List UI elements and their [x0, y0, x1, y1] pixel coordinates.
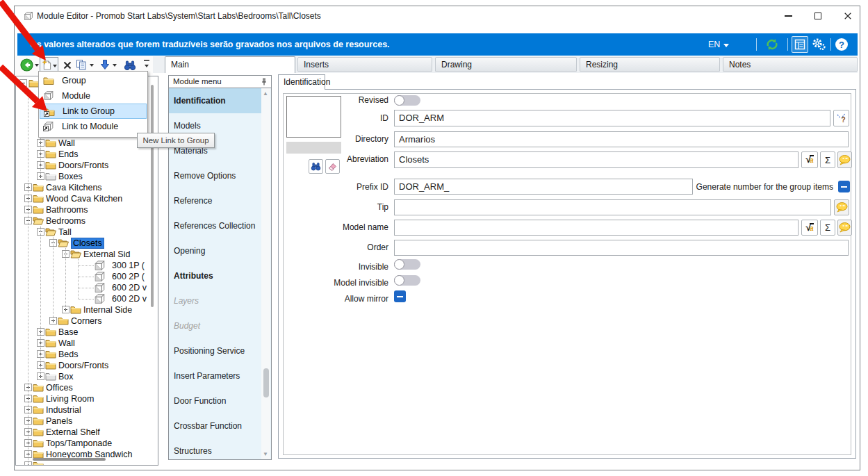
module-menu-item-identification[interactable]: Identification — [169, 88, 263, 113]
module-menu-scrollbar[interactable]: ▲ ▼ — [261, 88, 270, 459]
model-name-comment-button[interactable] — [837, 220, 852, 236]
tree-item[interactable]: Tops/Tamponade — [16, 438, 158, 449]
tab-drawing[interactable]: Drawing — [435, 57, 577, 72]
folder-icon — [45, 149, 56, 158]
prefix-id-field[interactable]: DOR_ARM_ — [394, 179, 693, 195]
tree-vertical-scrollbar[interactable] — [151, 85, 154, 307]
language-selector[interactable]: EN — [708, 33, 720, 56]
tree-item[interactable]: Boxes — [16, 171, 158, 182]
collapse-icon[interactable] — [19, 79, 27, 87]
tree-item[interactable]: Tall — [16, 227, 158, 238]
tree-item[interactable]: Bathrooms — [16, 204, 158, 215]
tree-item[interactable]: 600 2P ( — [16, 271, 158, 282]
module-menu-item-reference[interactable]: Reference — [169, 188, 263, 213]
generate-number-checkbox[interactable] — [838, 181, 850, 192]
tip-field[interactable] — [394, 199, 831, 215]
tree-item[interactable]: Wall — [16, 338, 158, 349]
tree-item-label: Tall — [58, 227, 72, 238]
move-dropdown-caret[interactable] — [113, 64, 117, 67]
module-menu-item-attributes[interactable]: Attributes — [169, 263, 263, 288]
abbreviation-sigma-button[interactable]: Σ — [820, 151, 835, 168]
tree-item[interactable]: 600 2D v — [16, 293, 158, 304]
tree-item[interactable]: Doors/Fronts — [16, 160, 158, 171]
module-menu-item-structures[interactable]: Structures — [169, 438, 263, 460]
report-button[interactable] — [792, 36, 808, 53]
tree-item[interactable]: Bedrooms — [16, 215, 158, 227]
back-button[interactable] — [20, 58, 33, 72]
tree-item[interactable]: 600 2D v — [16, 282, 158, 293]
tree-item[interactable]: External Shelf — [16, 427, 158, 438]
tip-comment-button[interactable] — [834, 199, 849, 215]
id-generate-button[interactable] — [833, 110, 849, 126]
model-name-sigma-button[interactable]: Σ — [820, 220, 835, 236]
scroll-down-icon[interactable]: ▼ — [263, 451, 269, 457]
module-menu-item-references-collection[interactable]: References Collection — [169, 213, 263, 238]
tree-item[interactable]: Offices — [16, 382, 158, 393]
invisible-toggle[interactable] — [394, 259, 420, 270]
tree-item[interactable]: Panels — [16, 416, 158, 427]
module-menu-item-crossbar-function[interactable]: Crossbar Function — [169, 413, 263, 438]
maximize-button[interactable] — [805, 6, 830, 26]
menu-item-module[interactable]: Module — [40, 88, 147, 104]
model-name-field[interactable] — [394, 220, 799, 236]
tree-item[interactable]: Wood Cava Kitchen — [16, 193, 158, 204]
close-button[interactable] — [835, 6, 860, 26]
refresh-icon[interactable] — [765, 38, 779, 51]
move-down-icon[interactable] — [100, 59, 110, 70]
menu-item-link-to-group[interactable]: Link to Group — [40, 104, 147, 119]
app-icon — [24, 11, 33, 21]
identification-tab[interactable]: Identification — [278, 74, 325, 90]
module-menu-item-remove-options[interactable]: Remove Options — [169, 163, 263, 188]
revised-toggle[interactable] — [394, 95, 420, 106]
minimize-button[interactable] — [776, 6, 801, 26]
tab-inserts[interactable]: Inserts — [297, 57, 432, 72]
tree-item[interactable]: Living Room — [16, 393, 158, 404]
tree-item[interactable]: Box — [16, 371, 158, 382]
abbreviation-field[interactable]: Closets — [394, 151, 799, 168]
help-icon[interactable] — [835, 38, 849, 51]
tree-item[interactable]: Cava Kitchens — [16, 182, 158, 193]
directory-field[interactable]: Armarios — [394, 131, 849, 147]
tree-item[interactable] — [16, 460, 158, 466]
folder-icon — [33, 182, 44, 192]
tree-item-label: Base — [58, 327, 79, 338]
copy-icon[interactable] — [76, 59, 87, 70]
settings-gears-icon[interactable] — [811, 37, 826, 52]
pin-icon[interactable] — [260, 78, 268, 86]
module-menu-item-door-function[interactable]: Door Function — [169, 388, 263, 413]
find-icon[interactable] — [124, 59, 136, 72]
allow-mirror-checkbox[interactable] — [394, 290, 406, 302]
tree-item[interactable]: Internal Side — [16, 304, 158, 315]
delete-icon[interactable] — [63, 60, 72, 70]
module-menu-item-budget[interactable]: Budget — [169, 313, 263, 338]
tree-item[interactable]: External Sid — [16, 249, 158, 260]
back-dropdown-caret[interactable] — [35, 64, 39, 67]
module-menu-item-positioning-service[interactable]: Positioning Service — [169, 338, 263, 363]
toolbar-overflow-icon[interactable] — [144, 60, 149, 61]
tree-item[interactable]: 300 1P ( — [16, 260, 158, 271]
module-menu-item-opening[interactable]: Opening — [169, 238, 263, 263]
model-name-formula-button[interactable]: √a — [801, 220, 818, 236]
tab-notes[interactable]: Notes — [723, 57, 858, 72]
id-field[interactable]: DOR_ARM — [394, 110, 830, 126]
tab-main[interactable]: Main — [165, 56, 295, 73]
menu-item-link-to-module[interactable]: Link to Module — [40, 119, 147, 134]
abbreviation-formula-button[interactable]: √a — [801, 151, 818, 168]
module-menu-item-insert-parameters[interactable]: Insert Parameters — [169, 363, 263, 388]
model-invisible-toggle[interactable] — [394, 275, 420, 286]
tree-item[interactable]: Doors/Fronts — [16, 360, 158, 371]
scroll-up-icon[interactable]: ▲ — [263, 90, 269, 97]
tree-item-selected[interactable]: Closets — [16, 238, 158, 249]
tree-horizontal-scrollbar[interactable] — [33, 458, 106, 461]
tree-item[interactable]: Corners — [16, 315, 158, 327]
tree-item[interactable]: Base — [16, 327, 158, 338]
module-menu-item-layers[interactable]: Layers — [169, 288, 263, 313]
menu-item-group[interactable]: Group — [40, 73, 147, 88]
tab-resizing[interactable]: Resizing — [580, 57, 720, 72]
abbreviation-comment-button[interactable] — [837, 151, 852, 168]
tree-item[interactable]: Industrial — [16, 404, 158, 416]
tree-item[interactable]: Ends — [16, 149, 158, 160]
copy-dropdown-caret[interactable] — [90, 64, 94, 67]
order-field[interactable] — [394, 240, 849, 256]
tree-item[interactable]: Beds — [16, 349, 158, 360]
